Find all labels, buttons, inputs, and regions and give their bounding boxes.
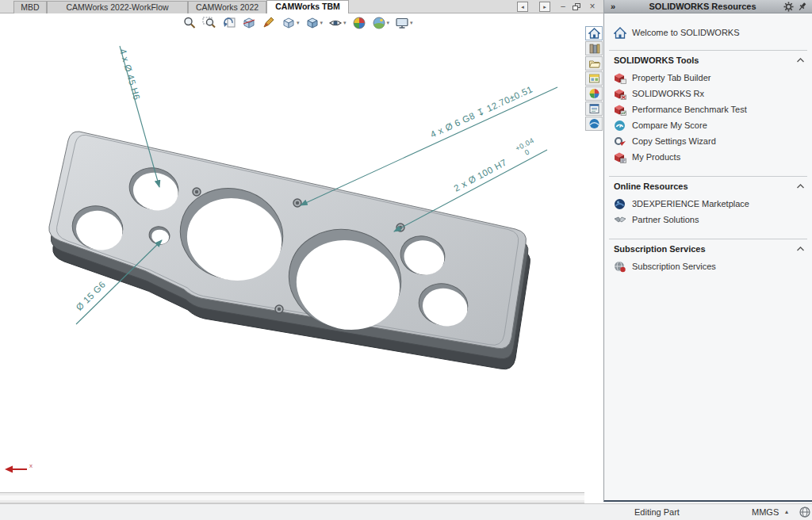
dynamic-annotation-views-icon (262, 16, 276, 30)
edit-appearance-button[interactable] (350, 15, 368, 31)
collapse-chevron-icon (797, 247, 804, 251)
section-title: Subscription Services (614, 244, 706, 254)
sidetab-solidworks-forum[interactable] (585, 117, 603, 131)
folder-icon (588, 58, 600, 69)
status-globe-icon[interactable] (799, 507, 810, 518)
view-settings-icon (395, 16, 409, 30)
collapse-task-pane-button[interactable]: » (611, 2, 615, 11)
options-gear-icon[interactable] (783, 2, 794, 12)
zoom-to-area-button[interactable] (201, 15, 218, 31)
apply-scene-dropdown[interactable]: ▾ (387, 20, 390, 26)
view-settings-button[interactable]: ▾ (393, 15, 415, 31)
heads-up-toolbar: ▾ ▾ ▾ (181, 14, 417, 32)
status-bar: Editing Part MMGS ▴ (0, 503, 812, 520)
tab-camworks-2022[interactable]: CAMWorks 2022 (188, 1, 266, 13)
design-library-icon (588, 43, 600, 54)
hide-show-items-button[interactable]: ▾ (327, 15, 348, 31)
collapse-chevron-icon (797, 184, 804, 189)
item-my-products[interactable]: My Products (604, 149, 812, 165)
origin-triad: x (5, 462, 33, 473)
partner-solutions-icon (614, 214, 626, 226)
item-3dexperience-marketplace[interactable]: 3DEXPERIENCE Marketplace (604, 196, 812, 212)
tab-camworks-tbm[interactable]: CAMWorks TBM (266, 0, 349, 13)
section-title: SOLIDWORKS Tools (614, 55, 699, 65)
tab-mbd[interactable]: MBD (13, 1, 47, 13)
dimension-100-tol-lower: 0 (523, 147, 531, 156)
pin-icon[interactable] (798, 2, 807, 12)
sidetab-design-library[interactable] (585, 41, 603, 55)
view-orientation-icon (282, 16, 296, 30)
item-label: Performance Benchmark Test (632, 105, 747, 114)
section-subscription-services[interactable]: Subscription Services (604, 239, 812, 258)
prev-tab-button[interactable]: ◂ (517, 2, 528, 12)
hide-show-items-dropdown[interactable]: ▾ (343, 20, 347, 26)
sidetab-appearances-scenes[interactable] (585, 86, 603, 101)
task-pane-title: SOLIDWORKS Resources (622, 2, 783, 11)
section-view-icon (242, 16, 256, 30)
custom-properties-icon (588, 103, 600, 114)
item-label: SOLIDWORKS Rx (632, 89, 704, 98)
bottom-frame-strip (0, 492, 584, 503)
view-orientation-button[interactable]: ▾ (280, 15, 301, 31)
minimize-button[interactable]: – (557, 2, 569, 12)
next-tab-button[interactable]: ▸ (539, 2, 550, 12)
display-style-button[interactable]: ▾ (304, 15, 325, 31)
zoom-to-area-icon (202, 16, 216, 30)
units-dropdown-caret[interactable]: ▴ (785, 508, 788, 515)
document-tab-bar: MBD CAMWorks 2022-WorkFlow CAMWorks 2022… (0, 0, 603, 13)
view-orientation-dropdown[interactable]: ▾ (297, 20, 300, 26)
apply-scene-button[interactable]: ▾ (370, 15, 392, 31)
dimension-45-text: 4 x Ø 45 H6 (118, 48, 142, 101)
forum-globe-icon (588, 118, 600, 129)
task-pane: » SOLIDWORKS Resources (603, 0, 812, 502)
solidworks-rx-icon (614, 88, 626, 100)
property-tab-builder-icon (614, 72, 626, 84)
previous-view-button[interactable] (220, 15, 238, 31)
display-style-dropdown[interactable]: ▾ (320, 20, 324, 26)
solidworks-tools-items: Property Tab Builder SOLIDWORKS Rx (604, 70, 812, 170)
marketplace-icon (614, 198, 626, 210)
graphics-area[interactable]: 4 x Ø 45 H6 4 x Ø 6 G8 ↧ 12.70±0.51 2 x … (0, 0, 603, 495)
item-property-tab-builder[interactable]: Property Tab Builder (604, 70, 812, 86)
item-label: Copy Settings Wizard (632, 136, 716, 146)
sidetab-view-palette[interactable] (585, 71, 603, 86)
item-label: Partner Solutions (632, 215, 699, 224)
item-solidworks-rx[interactable]: SOLIDWORKS Rx (604, 86, 812, 101)
units-selector[interactable]: MMGS (752, 507, 779, 517)
section-online-resources[interactable]: Online Resources (604, 177, 812, 196)
sidetab-file-explorer[interactable] (585, 56, 603, 71)
part-body[interactable] (49, 132, 530, 369)
close-button[interactable]: × (587, 2, 598, 12)
compare-my-score-icon (614, 120, 626, 132)
collapse-chevron-icon (797, 58, 804, 63)
edit-appearance-icon (352, 16, 366, 30)
view-settings-dropdown[interactable]: ▾ (410, 20, 413, 26)
welcome-label: Welcome to SOLIDWORKS (632, 28, 740, 37)
welcome-to-solidworks-link[interactable]: Welcome to SOLIDWORKS (604, 25, 812, 40)
dynamic-annotation-views-button[interactable] (260, 15, 278, 31)
restore-button[interactable] (573, 3, 582, 11)
my-products-icon (614, 151, 626, 163)
previous-view-icon (222, 16, 236, 30)
home-icon (614, 27, 626, 39)
section-title: Online Resources (614, 182, 688, 191)
item-label: Compare My Score (632, 120, 707, 130)
item-performance-benchmark-test[interactable]: Performance Benchmark Test (604, 101, 812, 117)
editing-status: Editing Part (634, 507, 680, 517)
online-resources-items: 3DEXPERIENCE Marketplace Partner Solutio… (604, 196, 812, 232)
item-copy-settings-wizard[interactable]: Copy Settings Wizard (604, 133, 812, 149)
task-pane-tab-strip (584, 26, 603, 132)
tab-camworks-2022-workflow[interactable]: CAMWorks 2022-WorkFlow (47, 1, 188, 13)
item-label: My Products (632, 152, 680, 162)
home-icon (588, 28, 600, 39)
sidetab-solidworks-resources[interactable] (585, 26, 603, 40)
appearances-ball-icon (588, 88, 600, 99)
section-solidworks-tools[interactable]: SOLIDWORKS Tools (604, 51, 812, 70)
section-view-button[interactable] (240, 15, 258, 31)
item-subscription-services[interactable]: Subscription Services (604, 258, 812, 274)
item-compare-my-score[interactable]: Compare My Score (604, 117, 812, 133)
zoom-to-fit-button[interactable] (181, 15, 198, 31)
performance-benchmark-icon (614, 104, 626, 116)
sidetab-custom-properties[interactable] (585, 101, 603, 116)
item-partner-solutions[interactable]: Partner Solutions (604, 212, 812, 228)
